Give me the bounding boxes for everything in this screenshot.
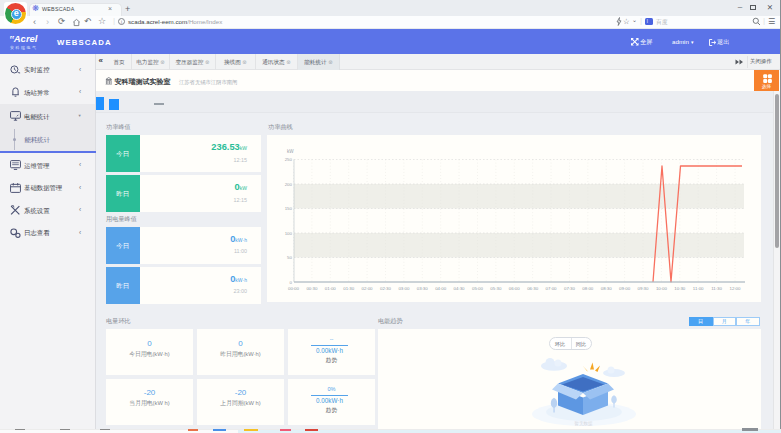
svg-text:kW: kW	[287, 149, 294, 154]
svg-text:00:30: 00:30	[306, 285, 318, 290]
svg-text:05:30: 05:30	[490, 285, 502, 290]
svg-text:06:30: 06:30	[527, 285, 539, 290]
svg-text:06:00: 06:00	[509, 285, 521, 290]
svg-text:08:00: 08:00	[582, 285, 594, 290]
svg-text:01:30: 01:30	[343, 285, 355, 290]
svg-text:08:30: 08:30	[601, 285, 613, 290]
svg-text:01:00: 01:00	[325, 285, 337, 290]
svg-text:07:00: 07:00	[546, 285, 558, 290]
svg-text:02:00: 02:00	[362, 285, 374, 290]
svg-text:02:30: 02:30	[380, 285, 392, 290]
svg-text:0: 0	[290, 279, 293, 284]
svg-text:12:00: 12:00	[730, 285, 742, 290]
svg-text:11:30: 11:30	[711, 285, 722, 290]
svg-text:05:00: 05:00	[472, 285, 484, 290]
svg-text:11:00: 11:00	[693, 285, 704, 290]
svg-text:200: 200	[285, 181, 293, 186]
svg-text:50: 50	[287, 255, 292, 260]
svg-text:250: 250	[285, 157, 293, 162]
svg-text:100: 100	[285, 230, 293, 235]
svg-text:09:30: 09:30	[638, 285, 650, 290]
svg-text:03:00: 03:00	[398, 285, 410, 290]
svg-text:03:30: 03:30	[417, 285, 429, 290]
svg-text:04:00: 04:00	[435, 285, 447, 290]
svg-text:10:00: 10:00	[656, 285, 668, 290]
svg-text:07:30: 07:30	[564, 285, 576, 290]
svg-text:150: 150	[285, 206, 293, 211]
svg-text:00:00: 00:00	[288, 285, 300, 290]
svg-text:09:00: 09:00	[619, 285, 631, 290]
svg-text:04:30: 04:30	[454, 285, 466, 290]
svg-text:10:30: 10:30	[674, 285, 686, 290]
